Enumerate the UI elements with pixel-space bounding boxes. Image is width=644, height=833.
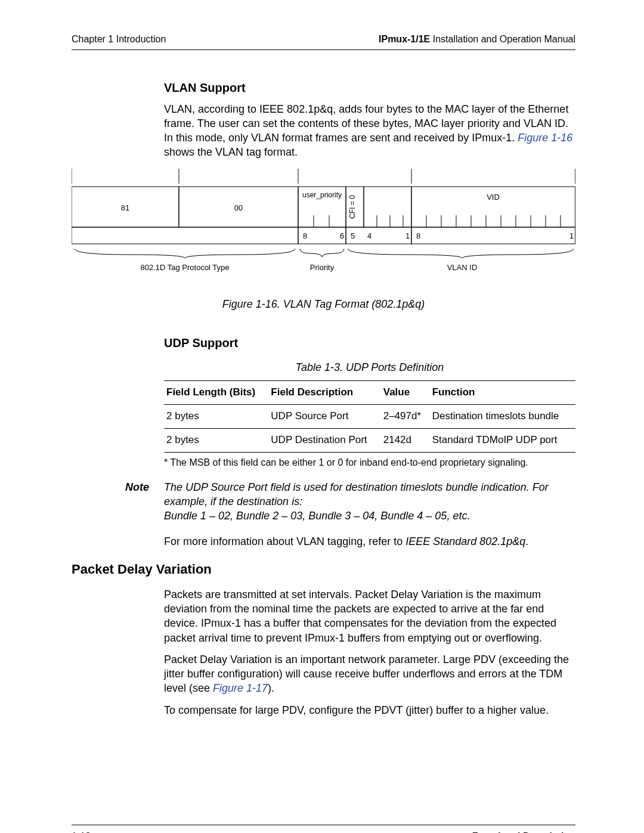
figure-1-16-caption: Figure 1-16. VLAN Tag Format (802.1p&q) [72,297,575,311]
label-proto-type: 802.1D Tag Protocol Type [140,263,229,272]
cell: Standard TDMoIP UDP port [430,429,575,453]
bit-5: 5 [351,231,355,240]
figure-1-16-link[interactable]: Figure 1-16 [518,132,572,144]
note-body: The UDP Source Port field is used for de… [164,480,575,524]
page-footer: 1-18 Functional Description [72,825,575,833]
svg-rect-9 [364,187,411,227]
diag-cfi: CFI = 0 [348,195,357,219]
header-subtitle: Installation and Operation Manual [430,34,575,44]
cell: Destination timeslots bundle [430,405,575,429]
header-product: IPmux-1/1E [379,34,430,44]
note-block: Note The UDP Source Port field is used f… [72,480,575,524]
cell: 2142d [381,429,430,453]
pdv-p3: To compensate for large PDV, configure t… [164,703,575,717]
th-value: Value [381,381,430,405]
bit-1b: 1 [569,231,574,240]
label-priority: Priority [310,263,335,272]
cell: UDP Destination Port [268,429,380,453]
header-left: Chapter 1 Introduction [72,33,166,46]
table-footnote: * The MSB of this field can be either 1 … [164,456,575,469]
cell: 2–497d* [381,405,430,429]
udp-ports-table: Field Length (Bits) Field Description Va… [164,380,575,453]
bit-6: 6 [340,231,344,240]
svg-rect-27 [72,227,298,244]
vlan-tag-diagram: 81 00 user_priority CFI = 0 VID [72,169,575,282]
vlan-para-pre: VLAN, according to IEEE 802.1p&q, adds f… [164,103,568,144]
svg-rect-29 [346,227,411,244]
label-vlanid: VLAN ID [447,263,478,272]
vlan-more-info: For more information about VLAN tagging,… [164,534,575,549]
bit-8b: 8 [416,231,420,240]
cell: UDP Source Port [268,405,380,429]
th-function: Function [430,381,575,405]
footer-section: Functional Description [472,830,575,833]
bit-8a: 8 [303,231,307,240]
diag-user-priority: user_priority [302,191,342,199]
page-number: 1-18 [72,830,91,833]
th-field-desc: Field Description [268,381,380,405]
cell: 2 bytes [164,405,268,429]
th-field-length: Field Length (Bits) [164,381,268,405]
udp-title: UDP Support [164,335,575,351]
vlan-para-post: shows the VLAN tag format. [164,146,298,158]
note-label: Note [72,480,164,524]
figure-1-17-link[interactable]: Figure 1-17 [213,682,268,694]
page-header: Chapter 1 Introduction IPmux-1/1E Instal… [72,33,575,50]
pdv-p1: Packets are transmitted at set intervals… [164,587,575,645]
pdv-p2: Packet Delay Variation is an important n… [164,652,575,696]
bit-1a: 1 [405,231,410,240]
diag-vid: VID [487,193,500,202]
table-row: 2 bytes UDP Source Port 2–497d* Destinat… [164,405,575,429]
header-right: IPmux-1/1E Installation and Operation Ma… [379,33,575,46]
ieee-802-1pq-ref: IEEE Standard 802.1p&q [405,535,525,547]
pdv-title: Packet Delay Variation [72,561,575,578]
cell: 2 bytes [164,429,268,453]
bit-4: 4 [367,231,371,240]
table-1-3-caption: Table 1-3. UDP Ports Definition [164,360,575,374]
vlan-title: VLAN Support [164,80,575,96]
svg-rect-30 [411,227,575,244]
vlan-paragraph: VLAN, according to IEEE 802.1p&q, adds f… [164,102,575,160]
table-header-row: Field Length (Bits) Field Description Va… [164,381,575,405]
diag-00: 00 [234,203,243,212]
diag-81: 81 [121,203,129,212]
pdv-p2-post: ). [268,682,274,694]
table-row: 2 bytes UDP Destination Port 2142d Stand… [164,429,575,453]
more-pre: For more information about VLAN tagging,… [164,535,405,547]
more-post: . [525,535,528,547]
